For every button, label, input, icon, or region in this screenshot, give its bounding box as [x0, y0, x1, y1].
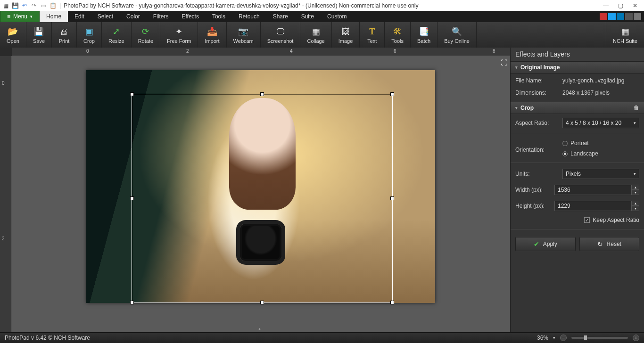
zoom-thumb[interactable]: [584, 335, 587, 341]
print-icon: 🖨: [58, 26, 70, 37]
document-name: yulya-goncharova-fotoapparat-kamera-devu…: [139, 2, 301, 9]
panel-toggle-handle[interactable]: ▴: [258, 326, 261, 331]
zoom-dropdown-icon[interactable]: ▾: [553, 335, 555, 340]
zoom-in-button[interactable]: +: [633, 335, 639, 341]
trash-icon[interactable]: 🗑: [634, 105, 639, 111]
spin-up-icon[interactable]: ▲: [632, 201, 639, 206]
crop-rectangle[interactable]: [132, 94, 393, 303]
orientation-label: Orientation:: [515, 140, 562, 153]
webcam-button[interactable]: 📷Webcam: [227, 22, 261, 48]
freeform-button[interactable]: ✦Free Form: [160, 22, 198, 48]
tab-edit[interactable]: Edit: [68, 11, 91, 22]
paste-icon[interactable]: 📋: [49, 2, 57, 9]
toolbar: 📂Open 💾Save 🖨Print ▣Crop ⤢Resize ⟳Rotate…: [0, 22, 644, 48]
close-button[interactable]: ✕: [633, 2, 637, 9]
open-button[interactable]: 📂Open: [0, 22, 26, 48]
keep-ratio-checkbox[interactable]: ✓ Keep Aspect Ratio: [584, 217, 639, 223]
canvas[interactable]: ⛶ ▴: [12, 56, 510, 332]
license-text: (Unlicensed) Non-commercial home use onl…: [305, 2, 418, 9]
titlebar-separator: |: [59, 2, 61, 9]
redo-icon[interactable]: ↷: [30, 2, 38, 9]
tab-filters[interactable]: Filters: [147, 11, 175, 22]
spin-up-icon[interactable]: ▲: [632, 185, 639, 190]
height-input[interactable]: ▲▼: [554, 201, 639, 211]
tab-color[interactable]: Color: [120, 11, 147, 22]
spin-down-icon[interactable]: ▼: [632, 190, 639, 195]
open-icon: 📂: [7, 26, 18, 37]
section-original-header[interactable]: ▾ Original Image: [511, 61, 644, 74]
crop-handle-tr[interactable]: [390, 92, 394, 96]
radio-icon: [562, 151, 568, 156]
crop-handle-tm[interactable]: [260, 92, 264, 96]
collage-icon: ▦: [310, 26, 322, 37]
check-icon: ✓: [584, 217, 590, 223]
freeform-icon: ✦: [173, 26, 185, 37]
rotate-icon: ⟳: [140, 26, 151, 37]
maximize-button[interactable]: ▢: [618, 2, 623, 9]
save-icon[interactable]: 💾: [11, 2, 19, 9]
tab-effects[interactable]: Effects: [175, 11, 205, 22]
linkedin-icon[interactable]: [625, 13, 633, 20]
section-crop-body: Aspect Ratio: 4 x 5 / 8 x 10 / 16 x 20 ▾…: [511, 114, 644, 257]
orientation-portrait[interactable]: Portrait: [562, 140, 639, 147]
width-field[interactable]: [554, 185, 632, 195]
reset-icon: ↻: [597, 240, 603, 248]
spin-down-icon[interactable]: ▼: [632, 206, 639, 211]
twitter-icon[interactable]: [617, 13, 624, 20]
tab-custom[interactable]: Custom: [321, 11, 353, 22]
image-icon: 🖼: [340, 26, 351, 37]
tools-button[interactable]: 🛠Tools: [385, 22, 411, 48]
apply-button[interactable]: ✔ Apply: [515, 237, 576, 251]
crop-icon: ▣: [83, 26, 95, 37]
panel-title: Effects and Layers: [511, 48, 644, 61]
resize-button[interactable]: ⤢Resize: [102, 22, 132, 48]
crop-handle-bl[interactable]: [130, 301, 134, 304]
section-original-body: File Name: yulya-gonch...vzgliad.jpg Dim…: [511, 74, 644, 102]
zoom-slider[interactable]: [571, 337, 628, 339]
reset-button[interactable]: ↻ Reset: [579, 237, 640, 251]
nchsuite-button[interactable]: ▦NCH Suite: [606, 22, 644, 48]
social-links: [600, 11, 644, 22]
collage-button[interactable]: ▦Collage: [300, 22, 331, 48]
workarea: 0 2 4 6 8 0 3 ⛶ ▴: [0, 48, 510, 332]
tab-select[interactable]: Select: [91, 11, 120, 22]
section-original-title: Original Image: [520, 64, 560, 71]
orientation-landscape[interactable]: Landscape: [562, 150, 639, 157]
width-input[interactable]: ▲▼: [554, 185, 639, 195]
buyonline-button[interactable]: 🔍Buy Online: [438, 22, 477, 48]
crop-handle-br[interactable]: [390, 301, 394, 304]
minimize-button[interactable]: —: [603, 2, 609, 9]
image-button[interactable]: 🖼Image: [332, 22, 360, 48]
section-crop-header[interactable]: ▾ Crop 🗑: [511, 102, 644, 114]
crop-handle-tl[interactable]: [130, 92, 134, 96]
tab-share[interactable]: Share: [266, 11, 295, 22]
tab-suite[interactable]: Suite: [295, 11, 321, 22]
menu-button[interactable]: ≡ Menu ▾: [0, 11, 40, 22]
tab-retouch[interactable]: Retouch: [232, 11, 266, 22]
batch-button[interactable]: 📑Batch: [411, 22, 438, 48]
undo-icon[interactable]: ↶: [21, 2, 28, 9]
text-button[interactable]: TText: [360, 22, 385, 48]
fullscreen-icon[interactable]: ⛶: [501, 59, 507, 66]
ruler-vertical: 0 3: [0, 56, 12, 332]
tab-home[interactable]: Home: [40, 11, 68, 22]
crop-button[interactable]: ▣Crop: [77, 22, 102, 48]
print-button[interactable]: 🖨Print: [52, 22, 77, 48]
import-button[interactable]: 📥Import: [198, 22, 226, 48]
new-icon[interactable]: ▭: [40, 2, 47, 9]
tab-tools[interactable]: Tools: [206, 11, 232, 22]
save-button[interactable]: 💾Save: [26, 22, 52, 48]
units-select[interactable]: Pixels ▾: [562, 169, 639, 179]
like-icon[interactable]: [600, 13, 607, 20]
rotate-button[interactable]: ⟳Rotate: [132, 22, 160, 48]
aspect-select[interactable]: 4 x 5 / 8 x 10 / 16 x 20 ▾: [562, 118, 639, 128]
zoom-out-button[interactable]: −: [560, 335, 567, 341]
crop-handle-bm[interactable]: [260, 301, 264, 304]
effects-panel: Effects and Layers ▾ Original Image File…: [510, 48, 644, 332]
facebook-icon[interactable]: [608, 13, 616, 20]
crop-handle-mr[interactable]: [390, 196, 394, 200]
help-icon[interactable]: [634, 13, 641, 20]
screenshot-button[interactable]: 🖵Screenshot: [261, 22, 301, 48]
crop-handle-ml[interactable]: [130, 196, 134, 200]
height-field[interactable]: [554, 201, 632, 211]
